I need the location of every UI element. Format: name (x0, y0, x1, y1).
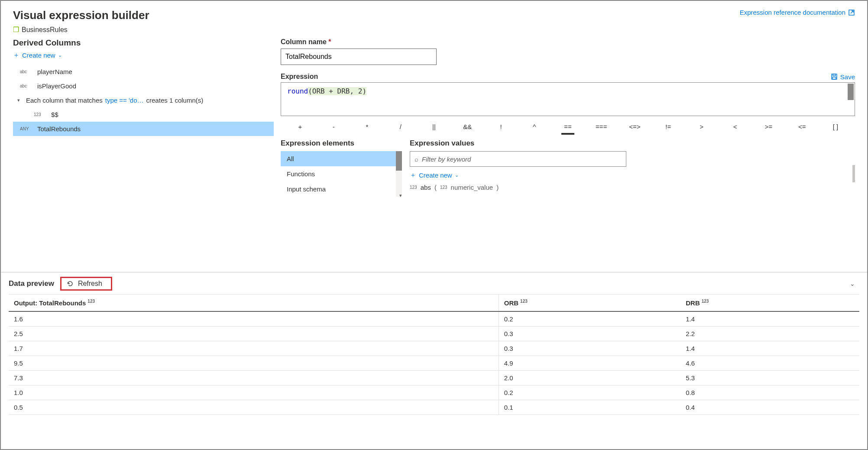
operator-button[interactable]: / (394, 123, 407, 130)
column-item[interactable]: abc playerName (13, 65, 274, 79)
table-cell: 0.4 (680, 400, 859, 415)
search-icon: ⌕ (415, 155, 418, 163)
scrollbar-thumb[interactable] (852, 165, 855, 182)
table-row: 9.54.94.6 (9, 356, 859, 371)
derived-columns-heading: Derived Columns (13, 38, 274, 48)
table-cell: 4.9 (499, 356, 680, 371)
table-cell: 0.5 (9, 400, 499, 415)
match-expression[interactable]: type == 'do… (105, 97, 144, 104)
operator-button[interactable]: <= (796, 123, 809, 130)
element-item[interactable]: Input schema (281, 181, 396, 197)
type-badge: 123 (410, 185, 417, 190)
type-badge: abc (20, 84, 33, 88)
operator-button[interactable]: === (595, 123, 608, 130)
table-cell: 5.3 (680, 371, 859, 385)
operator-button[interactable]: ! (495, 123, 508, 130)
operator-button[interactable]: || (428, 123, 440, 130)
save-label: Save (840, 73, 855, 81)
scroll-down-icon[interactable]: ▾ (399, 193, 402, 198)
element-item[interactable]: All (281, 151, 396, 166)
table-header[interactable]: ORB123 (499, 295, 680, 312)
column-item[interactable]: abc isPlayerGood (13, 79, 274, 93)
operator-button[interactable]: > (695, 123, 708, 130)
column-name: $$ (51, 111, 58, 118)
value-fn-name: abs (421, 184, 431, 191)
table-header[interactable]: Output: TotalRebounds123 (9, 295, 499, 312)
table-header[interactable]: DRB123 (680, 295, 859, 312)
operator-button[interactable]: ^ (528, 123, 541, 130)
operator-toolbar: +-*/||&&!^=====<=>!=><>=<=[ ] (281, 119, 855, 132)
filter-placeholder: Filter by keyword (422, 155, 471, 163)
operator-button[interactable]: && (461, 123, 474, 130)
plus-icon: ＋ (410, 171, 416, 179)
operator-button[interactable]: * (361, 123, 374, 130)
data-preview-table: Output: TotalRebounds123ORB123DRB123 1.6… (9, 294, 859, 415)
value-item[interactable]: 123 abs(123 numeric_value) (410, 184, 855, 191)
breadcrumb: ❒ BusinessRules (1, 25, 867, 38)
save-icon (831, 73, 838, 80)
create-new-value-button[interactable]: ＋ Create new ⌄ (410, 171, 855, 179)
operator-button[interactable]: <=> (628, 123, 641, 130)
chevron-down-icon: ⌄ (58, 52, 62, 58)
column-name-input[interactable] (281, 49, 437, 65)
table-row: 7.32.05.3 (9, 371, 859, 385)
table-cell: 1.0 (9, 385, 499, 400)
table-row: 1.00.20.8 (9, 385, 859, 400)
values-title: Expression values (410, 139, 855, 148)
flow-icon: ❒ (13, 26, 19, 34)
value-arg: numeric_value (451, 184, 493, 191)
table-cell: 0.3 (499, 327, 680, 341)
expression-label: Expression (281, 73, 318, 81)
flow-name: BusinessRules (22, 26, 68, 34)
element-item[interactable]: Functions (281, 166, 396, 181)
operator-button[interactable]: == (561, 123, 574, 130)
table-cell: 1.4 (680, 311, 859, 327)
chevron-down-icon: ⌄ (455, 172, 459, 178)
operator-button[interactable]: != (662, 123, 675, 130)
collapse-preview-button[interactable]: ⌄ (850, 280, 855, 287)
type-badge: 123 (34, 112, 47, 117)
operator-button[interactable]: [ ] (829, 123, 842, 130)
column-name: isPlayerGood (37, 82, 76, 90)
data-preview-title: Data preview (9, 279, 54, 288)
external-link-icon (848, 9, 855, 16)
create-new-label: Create new (419, 172, 452, 179)
table-cell: 1.6 (9, 311, 499, 327)
table-cell: 7.3 (9, 371, 499, 385)
table-row: 1.60.21.4 (9, 311, 859, 327)
column-item-selected[interactable]: ANY TotalRebounds (13, 122, 274, 136)
table-row: 1.70.31.4 (9, 341, 859, 356)
expr-tail: ) (362, 87, 366, 95)
save-button[interactable]: Save (831, 73, 855, 81)
match-prefix: Each column that matches (26, 97, 103, 104)
expression-editor[interactable]: round(ORB + DRB, 2) (281, 82, 855, 116)
expand-icon[interactable]: ▾ (17, 97, 23, 103)
create-new-button[interactable]: ＋ Create new ⌄ (13, 51, 274, 59)
table-cell: 9.5 (9, 356, 499, 371)
elements-title: Expression elements (281, 139, 402, 148)
doc-link[interactable]: Expression reference documentation (740, 9, 855, 16)
scrollbar-thumb[interactable] (848, 84, 854, 100)
table-cell: 2.2 (680, 327, 859, 341)
operator-button[interactable]: < (729, 123, 742, 130)
svg-rect-2 (833, 74, 836, 76)
table-cell: 0.2 (499, 311, 680, 327)
column-item[interactable]: 123 $$ (13, 107, 274, 122)
operator-button[interactable]: - (327, 123, 340, 130)
operator-button[interactable]: >= (762, 123, 775, 130)
column-pattern-row[interactable]: ▾ Each column that matches type == 'do… … (13, 93, 274, 107)
table-cell: 1.4 (680, 341, 859, 356)
svg-rect-3 (832, 77, 836, 79)
scrollbar-thumb[interactable] (396, 151, 402, 171)
refresh-button[interactable]: Refresh (60, 277, 112, 291)
filter-input[interactable]: ⌕ Filter by keyword (410, 151, 626, 167)
table-cell: 1.7 (9, 341, 499, 356)
type-badge: 123 (440, 185, 447, 190)
create-new-label: Create new (22, 52, 55, 59)
column-name: playerName (37, 68, 72, 75)
page-title: Visual expression builder (13, 9, 149, 22)
resize-handle[interactable] (561, 133, 574, 135)
operator-button[interactable]: + (294, 123, 307, 130)
refresh-icon (67, 280, 74, 287)
derived-columns-list: abc playerName abc isPlayerGood ▾ Each c… (13, 65, 274, 136)
